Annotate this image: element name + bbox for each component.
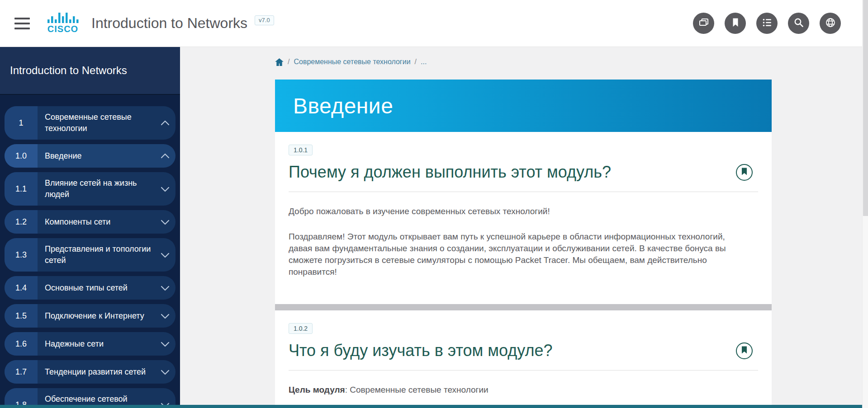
module-banner: Введение — [275, 80, 772, 132]
chevron-down-icon — [155, 238, 175, 272]
chevron-down-icon — [155, 360, 175, 384]
sidebar-item-label: Введение — [38, 144, 155, 168]
section-title: Почему я должен выполнить этот модуль? — [289, 163, 727, 182]
bookmark-icon — [741, 168, 747, 177]
paragraph: Поздравляем! Этот модуль открывает вам п… — [289, 231, 750, 278]
sidebar-item-label: Представления и топологии сетей — [38, 238, 155, 272]
section-title: Что я буду изучать в этом модуле? — [289, 341, 727, 360]
sidebar-item-1.7[interactable]: 1.7Тенденции развития сетей — [5, 360, 175, 384]
sidebar-item-number: 1 — [5, 106, 38, 140]
chevron-up-icon — [155, 144, 175, 168]
globe-button[interactable] — [820, 13, 841, 34]
chevron-down-icon — [155, 332, 175, 356]
bookmark-toggle-button[interactable] — [736, 164, 753, 181]
bookmark-toggle-button[interactable] — [736, 342, 753, 359]
sidebar-item-number: 1.4 — [5, 276, 38, 300]
content-section: 1.0.2Что я буду изучать в этом модуле?Це… — [275, 310, 772, 408]
heading-divider — [289, 370, 758, 370]
chevron-up-icon — [155, 106, 175, 140]
sidebar-item-label: Тенденции развития сетей — [38, 360, 155, 384]
paragraph-lead: Цель модуля — [289, 385, 345, 394]
sidebar-item-1.4[interactable]: 1.4Основные типы сетей — [5, 276, 175, 300]
sidebar-item-number: 1.0 — [5, 144, 38, 168]
chevron-down-icon — [155, 304, 175, 328]
list-icon — [761, 17, 773, 30]
chevron-down-icon — [155, 210, 175, 234]
sidebar: Introduction to Networks 1Современные се… — [0, 47, 180, 408]
menu-button[interactable] — [14, 18, 30, 29]
sidebar-item-1.0[interactable]: 1.0Введение — [5, 144, 175, 168]
sidebar-item-1.3[interactable]: 1.3Представления и топологии сетей — [5, 238, 175, 272]
sidebar-item-number: 1.2 — [5, 210, 38, 234]
paragraph: Цель модуля: Современные сетевые техноло… — [289, 384, 750, 396]
scrollbar-thumb[interactable] — [863, 0, 868, 216]
breadcrumb-ellipsis[interactable]: ... — [421, 58, 427, 66]
section-badge: 1.0.2 — [289, 323, 313, 334]
sidebar-item-number: 1.1 — [5, 172, 38, 206]
breadcrumb-separator: / — [415, 58, 417, 66]
search-button[interactable] — [788, 13, 809, 34]
course-title: Introduction to Networks — [91, 15, 247, 32]
sidebar-title: Introduction to Networks — [0, 47, 180, 95]
cisco-logo[interactable]: CISCO — [46, 12, 80, 34]
banner-title: Введение — [293, 94, 393, 118]
scrollbar[interactable] — [862, 0, 868, 408]
home-icon[interactable] — [275, 58, 284, 66]
header: CISCO Introduction to Networks v7.0 — [0, 0, 868, 47]
pages-button[interactable] — [693, 13, 714, 34]
heading-divider — [289, 192, 758, 192]
sidebar-item-label: Компоненты сети — [38, 210, 155, 234]
sections-container: 1.0.1Почему я должен выполнить этот моду… — [275, 132, 868, 408]
footer-strip — [0, 405, 868, 408]
section-heading-row: Почему я должен выполнить этот модуль? — [289, 163, 758, 182]
sidebar-item-1[interactable]: 1Современные сетевые технологии — [5, 106, 175, 140]
paragraph: Добро пожаловать в изучение современных … — [289, 206, 750, 217]
sidebar-item-number: 1.7 — [5, 360, 38, 384]
main-content: / Современные сетевые технологии / ... В… — [180, 47, 868, 408]
sidebar-item-label: Основные типы сетей — [38, 276, 155, 300]
sidebar-nav: 1Современные сетевые технологии1.0Введен… — [0, 95, 180, 408]
bookmark-icon — [741, 346, 747, 355]
sidebar-item-label: Надежные сети — [38, 332, 155, 356]
section-divider — [275, 304, 772, 310]
sidebar-item-1.6[interactable]: 1.6Надежные сети — [5, 332, 175, 356]
breadcrumb: / Современные сетевые технологии / ... — [275, 56, 868, 67]
sidebar-item-label: Влияние сетей на жизнь людей — [38, 172, 155, 206]
sidebar-item-label: Подключение к Интернету — [38, 304, 155, 328]
breadcrumb-link[interactable]: Современные сетевые технологии — [294, 58, 410, 66]
sidebar-item-1.5[interactable]: 1.5Подключение к Интернету — [5, 304, 175, 328]
chevron-down-icon — [155, 276, 175, 300]
section-heading-row: Что я буду изучать в этом модуле? — [289, 341, 758, 360]
globe-icon — [825, 17, 836, 30]
search-icon — [793, 17, 805, 30]
sidebar-item-1.2[interactable]: 1.2Компоненты сети — [5, 210, 175, 234]
app-root: CISCO Introduction to Networks v7.0 Intr… — [0, 0, 868, 408]
section-badge: 1.0.1 — [289, 145, 313, 155]
chevron-down-icon — [155, 172, 175, 206]
breadcrumb-separator: / — [288, 58, 289, 66]
list-button[interactable] — [756, 13, 778, 34]
cisco-logo-text: CISCO — [47, 24, 78, 34]
header-actions — [683, 13, 841, 34]
content-section: 1.0.1Почему я должен выполнить этот моду… — [275, 132, 772, 304]
sidebar-item-number: 1.5 — [5, 304, 38, 328]
version-badge: v7.0 — [255, 15, 274, 25]
cisco-logo-bars-icon — [46, 12, 80, 23]
pages-icon — [698, 17, 710, 30]
sidebar-item-number: 1.6 — [5, 332, 38, 356]
bookmark-icon — [730, 17, 741, 29]
sidebar-item-1.1[interactable]: 1.1Влияние сетей на жизнь людей — [5, 172, 175, 206]
sidebar-item-label: Современные сетевые технологии — [38, 106, 155, 140]
bookmark-button[interactable] — [725, 13, 746, 34]
sidebar-item-number: 1.3 — [5, 238, 38, 272]
